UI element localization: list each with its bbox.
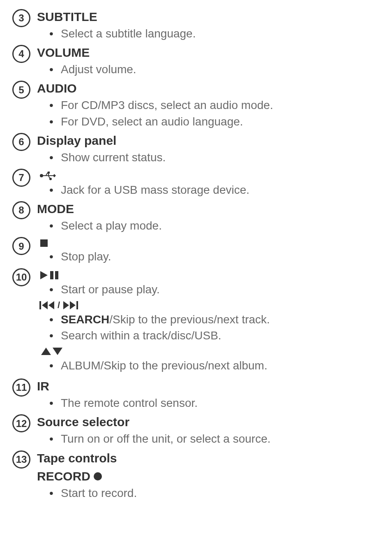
marker-4: 4 — [12, 45, 30, 63]
bullets-8: Select a play mode. — [37, 218, 380, 234]
item-11-ir: 11 IR The remote control sensor. — [12, 378, 380, 411]
svg-point-11 — [94, 472, 102, 480]
svg-rect-5 — [50, 271, 53, 279]
bullets-10: Start or pause play. — [37, 281, 380, 297]
marker-9: 9 — [12, 237, 30, 255]
bullet-item: Select a subtitle language. — [49, 26, 380, 42]
marker-7: 7 — [12, 169, 30, 187]
prev-next-icon: / — [37, 300, 380, 311]
bullets-7: Jack for a USB mass storage device. — [37, 182, 380, 198]
content-7: Jack for a USB mass storage device. — [37, 168, 380, 198]
bullet-item: Turn on or off the unit, or select a sou… — [49, 431, 380, 447]
content-10: Start or pause play. / SEARCH/Ski — [37, 267, 380, 376]
title-display-panel: Display panel — [37, 132, 380, 149]
marker-8: 8 — [12, 201, 30, 219]
bullet-item: Adjust volume. — [49, 61, 380, 77]
bullet-item: SEARCH/Skip to the previous/next track. — [49, 311, 380, 327]
title-source-selector: Source selector — [37, 413, 380, 431]
content-12: Source selector Turn on or off the unit,… — [37, 413, 380, 447]
item-9-stop: 9 Stop play. — [12, 236, 380, 265]
item-12-source: 12 Source selector Turn on or off the un… — [12, 413, 380, 447]
tape-record-row: RECORD — [37, 468, 380, 485]
item-10-playback: 10 Start or pause play. / — [12, 267, 380, 376]
sub-updown: ALBUM/Skip to the previous/next album. — [37, 346, 380, 374]
title-subtitle: SUBTITLE — [37, 8, 380, 26]
content-5: AUDIO For CD/MP3 discs, select an audio … — [37, 80, 380, 129]
content-4: VOLUME Adjust volume. — [37, 44, 380, 77]
bullet-item: Show current status. — [49, 149, 380, 165]
record-label: RECORD — [37, 468, 90, 485]
bullets-9: Stop play. — [37, 248, 380, 265]
content-13: Tape controls RECORD Start to record. — [37, 450, 380, 501]
bullets-10-sub1: SEARCH/Skip to the previous/next track. … — [37, 311, 380, 343]
marker-13: 13 — [12, 450, 30, 469]
content-9: Stop play. — [37, 236, 380, 265]
marker-12: 12 — [12, 414, 30, 432]
item-5-audio: 5 AUDIO For CD/MP3 discs, select an audi… — [12, 80, 380, 129]
marker-10: 10 — [12, 268, 30, 286]
content-8: MODE Select a play mode. — [37, 200, 380, 234]
svg-rect-6 — [55, 271, 58, 279]
stop-icon — [37, 239, 380, 248]
item-8-mode: 8 MODE Select a play mode. — [12, 200, 380, 234]
svg-rect-7 — [39, 301, 41, 309]
bullets-10-sub2: ALBUM/Skip to the previous/next album. — [37, 357, 380, 374]
text-search: /Skip to the previous/next track. — [109, 313, 270, 326]
bullets-3: Select a subtitle language. — [37, 26, 380, 42]
bullet-item: Stop play. — [49, 248, 380, 265]
marker-11: 11 — [12, 378, 30, 397]
bullets-12: Turn on or off the unit, or select a sou… — [37, 431, 380, 447]
item-4-volume: 4 VOLUME Adjust volume. — [12, 44, 380, 77]
bullet-item: Search within a track/disc/USB. — [49, 327, 380, 343]
bullets-4: Adjust volume. — [37, 61, 380, 77]
record-icon — [93, 471, 103, 481]
item-13-tape: 13 Tape controls RECORD Start to record. — [12, 450, 380, 501]
svg-rect-10 — [76, 301, 78, 309]
marker-5: 5 — [12, 81, 30, 99]
title-mode: MODE — [37, 200, 380, 218]
bullets-6: Show current status. — [37, 149, 380, 165]
bullet-item: ALBUM/Skip to the previous/next album. — [49, 357, 380, 374]
svg-text:/: / — [58, 300, 60, 310]
bullet-item: Start to record. — [49, 485, 380, 501]
svg-rect-2 — [48, 172, 50, 174]
content-11: IR The remote control sensor. — [37, 378, 380, 411]
title-audio: AUDIO — [37, 80, 380, 97]
marker-3: 3 — [12, 9, 30, 27]
lead-search: SEARCH — [61, 313, 109, 326]
bullet-item: For DVD, select an audio language. — [49, 114, 380, 130]
up-down-icon — [37, 346, 380, 357]
item-6-display: 6 Display panel Show current status. — [12, 132, 380, 165]
content-6: Display panel Show current status. — [37, 132, 380, 165]
play-pause-icon — [37, 270, 380, 281]
sub-prevnext: / SEARCH/Skip to the previous/next track… — [37, 300, 380, 343]
item-3-subtitle: 3 SUBTITLE Select a subtitle language. — [12, 8, 380, 42]
svg-point-3 — [49, 178, 52, 180]
bullets-5: For CD/MP3 discs, select an audio mode. … — [37, 97, 380, 129]
bullet-item: Jack for a USB mass storage device. — [49, 182, 380, 198]
bullets-11: The remote control sensor. — [37, 395, 380, 411]
svg-rect-4 — [40, 239, 48, 247]
title-tape-controls: Tape controls — [37, 450, 380, 467]
svg-rect-1 — [42, 175, 54, 176]
bullet-item: Start or pause play. — [49, 281, 380, 297]
bullet-item: The remote control sensor. — [49, 395, 380, 411]
marker-6: 6 — [12, 133, 30, 151]
bullet-item: For CD/MP3 discs, select an audio mode. — [49, 97, 380, 113]
bullets-13: Start to record. — [37, 485, 380, 501]
title-volume: VOLUME — [37, 44, 380, 61]
usb-icon — [37, 170, 380, 181]
bullet-item: Select a play mode. — [49, 218, 380, 234]
content-3: SUBTITLE Select a subtitle language. — [37, 8, 380, 42]
item-7-usb: 7 Jack for a USB mass storage device. — [12, 168, 380, 198]
title-ir: IR — [37, 378, 380, 395]
